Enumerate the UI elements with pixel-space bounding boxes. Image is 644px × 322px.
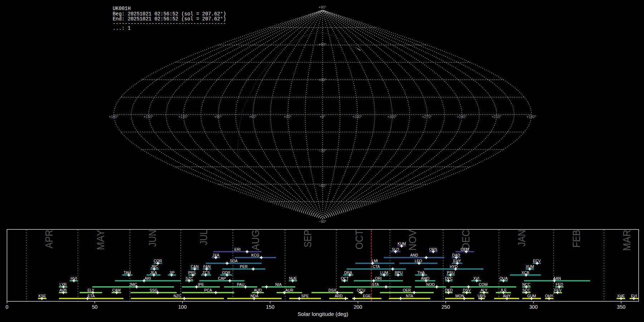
svg-text:JRC: JRC — [151, 264, 158, 269]
svg-text:+300°: +300° — [387, 115, 397, 119]
svg-text:+60°: +60° — [249, 115, 257, 119]
svg-text:+60°: +60° — [319, 43, 326, 47]
svg-text:ELY: ELY — [87, 288, 94, 292]
svg-text:NOO: NOO — [426, 282, 435, 287]
svg-text:GDR: GDR — [222, 270, 230, 275]
svg-text:RPU: RPU — [395, 270, 402, 275]
svg-text:IPE: IPE — [198, 282, 204, 287]
svg-text:OHY: OHY — [545, 294, 553, 298]
svg-text:GUM: GUM — [527, 294, 536, 298]
svg-text:PSU: PSU — [447, 270, 455, 275]
svg-text:DEC: DEC — [460, 230, 472, 249]
svg-text:ERI: ERI — [234, 247, 241, 252]
svg-text:+180°: +180° — [109, 115, 118, 119]
svg-text:SEP: SEP — [302, 230, 313, 247]
svg-text:LMI: LMI — [372, 259, 378, 263]
svg-text:NCC: NCC — [522, 282, 531, 287]
svg-text:DRA: DRA — [344, 270, 352, 275]
svg-text:100: 100 — [178, 304, 187, 310]
svg-text:PPS: PPS — [188, 270, 196, 275]
svg-text:SSG: SSG — [150, 288, 157, 292]
svg-text:ETA: ETA — [88, 294, 95, 298]
svg-text:+240°: +240° — [457, 115, 467, 119]
svg-text:AMO: AMO — [421, 276, 429, 280]
svg-text:ARD: ARD — [335, 294, 343, 298]
svg-text:CAN: CAN — [191, 264, 199, 269]
svg-text:CAP: CAP — [218, 276, 226, 280]
svg-text:JAN: JAN — [516, 230, 527, 247]
svg-text:GEM: GEM — [460, 247, 469, 252]
svg-text:PAU: PAU — [237, 282, 244, 287]
svg-text:+150°: +150° — [143, 115, 153, 119]
svg-text:JIP: JIP — [169, 270, 175, 275]
svg-text:OER: OER — [403, 288, 411, 292]
svg-text:DSX: DSX — [328, 288, 336, 292]
svg-text:ORS: ORS — [429, 247, 438, 252]
svg-text:ARI: ARI — [145, 276, 151, 280]
svg-text:+30°: +30° — [284, 115, 291, 119]
svg-text:JXA: JXA — [213, 253, 219, 257]
svg-text:COR: COR — [153, 259, 162, 263]
svg-text:JEA: JEA — [150, 270, 157, 275]
svg-text:DSV: DSV — [463, 288, 471, 292]
svg-text:LYR: LYR — [59, 282, 67, 287]
svg-text:XVI: XVI — [473, 276, 479, 280]
svg-text:−30°: −30° — [319, 149, 326, 153]
svg-text:KUM: KUM — [397, 241, 406, 246]
svg-text:XUM: XUM — [526, 264, 534, 269]
svg-text:FAN: FAN — [203, 264, 210, 269]
svg-text:NDA: NDA — [250, 294, 258, 298]
svg-text:AAN: AAN — [553, 276, 561, 280]
svg-text:JUL: JUL — [198, 230, 209, 245]
svg-text:+180°: +180° — [526, 115, 536, 119]
svg-text:OCT: OCT — [353, 230, 365, 250]
svg-text:ORI: ORI — [375, 276, 382, 280]
svg-text:DKD: DKD — [445, 288, 453, 292]
svg-text:THA: THA — [417, 270, 425, 275]
svg-text:KCG: KCG — [251, 253, 259, 257]
svg-text:SZC: SZC — [186, 276, 193, 280]
svg-text:−60°: −60° — [319, 184, 326, 188]
svg-text:EVI: EVI — [631, 294, 637, 298]
svg-text:UK001H: UK001H — [113, 6, 131, 11]
svg-text:ALY: ALY — [480, 288, 487, 292]
svg-text:SPE: SPE — [301, 294, 309, 298]
svg-text:+210°: +210° — [492, 115, 501, 119]
svg-text:SDA: SDA — [230, 259, 238, 263]
svg-text:PER: PER — [240, 264, 248, 269]
svg-text:URS: URS — [478, 294, 486, 298]
svg-text:+90°: +90° — [214, 115, 222, 119]
svg-text:JMC: JMC — [129, 282, 137, 287]
svg-text:MAR: MAR — [621, 230, 633, 251]
svg-text:LUM: LUM — [380, 270, 388, 275]
svg-text:150: 150 — [266, 304, 274, 310]
svg-text:NUE: NUE — [289, 276, 297, 280]
svg-text:AHY: AHY — [503, 294, 511, 298]
svg-text:FEV: FEV — [554, 288, 561, 292]
svg-text:EGE: EGE — [363, 294, 371, 298]
svg-text:+120°: +120° — [179, 115, 188, 119]
svg-text:250: 250 — [441, 304, 450, 310]
svg-text:TAH: TAH — [124, 270, 131, 275]
svg-text:SLD: SLD — [392, 247, 399, 252]
svg-text:NZC: NZC — [174, 294, 181, 298]
svg-text:ZCS: ZCS — [203, 270, 210, 275]
svg-text:LEO: LEO — [415, 259, 422, 263]
svg-text:+90°: +90° — [319, 5, 326, 9]
svg-text:HVI: HVI — [70, 276, 77, 280]
svg-text:QUA: QUA — [499, 276, 508, 280]
svg-text:NOV: NOV — [407, 229, 418, 250]
svg-text:300: 300 — [529, 304, 538, 310]
svg-text:OCU: OCU — [357, 288, 365, 292]
svg-text:+0°: +0° — [319, 115, 325, 119]
svg-text:...: 1: ...: 1 — [113, 25, 131, 31]
svg-text:FED: FED — [556, 282, 563, 287]
svg-text:AUG: AUG — [250, 230, 261, 250]
svg-text:AND: AND — [410, 253, 418, 257]
svg-text:+270°: +270° — [422, 115, 432, 119]
svg-text:+30°: +30° — [319, 78, 326, 82]
svg-text:MON: MON — [455, 294, 464, 298]
svg-text:STA: STA — [372, 282, 379, 287]
svg-text:JUN: JUN — [147, 230, 158, 247]
svg-text:APR: APR — [43, 230, 55, 248]
